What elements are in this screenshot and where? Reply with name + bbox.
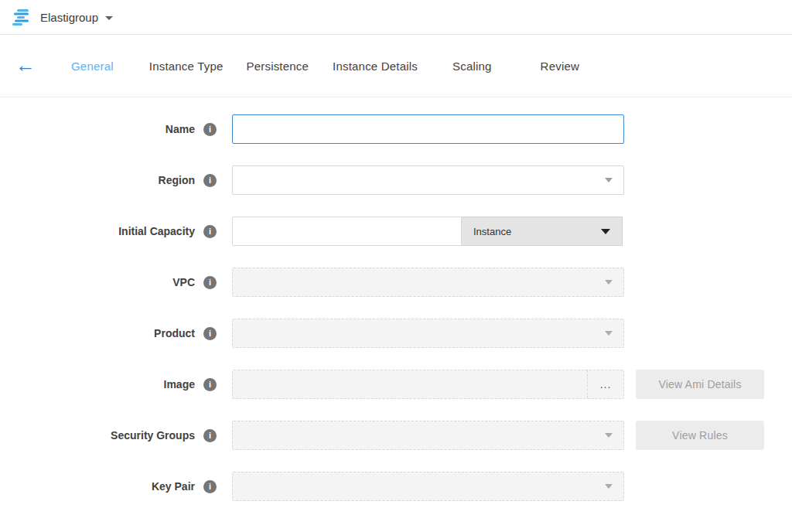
product-select xyxy=(232,319,624,348)
product-field-col xyxy=(232,319,624,348)
back-arrow-icon[interactable]: ← xyxy=(15,55,37,75)
capacity-unit-select[interactable]: Instance xyxy=(462,217,623,246)
product-label-col: Product xyxy=(0,327,232,340)
tab-persistence[interactable]: Persistence xyxy=(247,60,309,73)
key-pair-select xyxy=(232,472,624,501)
chevron-down-icon xyxy=(605,433,613,438)
vpc-row: VPC xyxy=(0,268,792,297)
info-icon[interactable] xyxy=(203,174,217,187)
info-icon[interactable] xyxy=(203,327,217,340)
chevron-down-icon xyxy=(605,484,613,489)
vpc-label-col: VPC xyxy=(0,276,232,289)
name-label: Name xyxy=(166,123,195,135)
app-switcher-menu[interactable]: Elastigroup xyxy=(12,9,113,26)
key-pair-field-col xyxy=(232,472,624,501)
app-name: Elastigroup xyxy=(40,11,98,24)
key-pair-label: Key Pair xyxy=(152,480,195,493)
chevron-down-icon xyxy=(605,280,613,285)
wizard-tab-bar: ← General Instance Type Persistence Inst… xyxy=(0,35,792,97)
region-row: Region xyxy=(0,165,792,195)
region-label: Region xyxy=(159,174,195,186)
name-input[interactable] xyxy=(232,114,624,144)
view-rules-button[interactable]: View Rules xyxy=(636,421,764,450)
image-input: ... xyxy=(232,370,624,399)
image-browse-button[interactable]: ... xyxy=(587,370,623,398)
chevron-down-icon xyxy=(105,16,113,20)
capacity-unit-value: Instance xyxy=(473,226,511,237)
general-settings-form: Name Region Initial Capacity Instanc xyxy=(0,97,792,501)
image-label-col: Image xyxy=(0,378,232,391)
key-pair-row: Key Pair xyxy=(0,472,792,501)
key-pair-label-col: Key Pair xyxy=(0,480,232,493)
tab-general[interactable]: General xyxy=(71,60,114,73)
chevron-down-icon xyxy=(601,229,610,234)
info-icon[interactable] xyxy=(203,429,217,442)
region-field-col xyxy=(232,165,624,195)
security-groups-label-col: Security Groups xyxy=(0,429,232,442)
image-input-value xyxy=(233,370,587,398)
image-row: Image ... View Ami Details xyxy=(0,370,792,399)
tab-scaling[interactable]: Scaling xyxy=(452,60,492,73)
chevron-down-icon xyxy=(605,178,613,182)
initial-capacity-field-col: Instance xyxy=(232,217,624,246)
vpc-field-col xyxy=(232,268,624,297)
wizard-tabs: General Instance Type Persistence Instan… xyxy=(71,60,579,73)
tab-review[interactable]: Review xyxy=(541,60,579,73)
info-icon[interactable] xyxy=(203,480,217,493)
security-groups-field-col xyxy=(232,421,624,450)
tab-instance-details[interactable]: Instance Details xyxy=(333,60,418,73)
app-bar: Elastigroup xyxy=(0,0,792,35)
info-icon[interactable] xyxy=(203,225,217,238)
vpc-select xyxy=(232,268,624,297)
security-groups-row: Security Groups View Rules xyxy=(0,421,792,450)
chevron-down-icon xyxy=(605,331,613,336)
image-label: Image xyxy=(164,378,195,390)
elastigroup-logo-icon xyxy=(12,9,32,26)
initial-capacity-label: Initial Capacity xyxy=(118,225,195,237)
tab-instance-type[interactable]: Instance Type xyxy=(149,60,224,73)
info-icon[interactable] xyxy=(203,378,217,391)
initial-capacity-row: Initial Capacity Instance xyxy=(0,217,792,246)
product-label: Product xyxy=(154,327,195,339)
view-ami-details-button[interactable]: View Ami Details xyxy=(636,370,764,399)
name-field-col xyxy=(232,114,624,144)
region-label-col: Region xyxy=(0,174,232,187)
initial-capacity-input[interactable] xyxy=(232,217,462,246)
initial-capacity-label-col: Initial Capacity xyxy=(0,225,232,238)
info-icon[interactable] xyxy=(203,123,217,136)
region-select[interactable] xyxy=(232,165,624,195)
name-label-col: Name xyxy=(0,123,232,136)
name-row: Name xyxy=(0,114,792,144)
info-icon[interactable] xyxy=(203,276,217,289)
security-groups-label: Security Groups xyxy=(111,429,195,442)
image-field-col: ... xyxy=(232,370,624,399)
product-row: Product xyxy=(0,319,792,348)
vpc-label: VPC xyxy=(172,276,195,288)
security-groups-select xyxy=(232,421,624,450)
